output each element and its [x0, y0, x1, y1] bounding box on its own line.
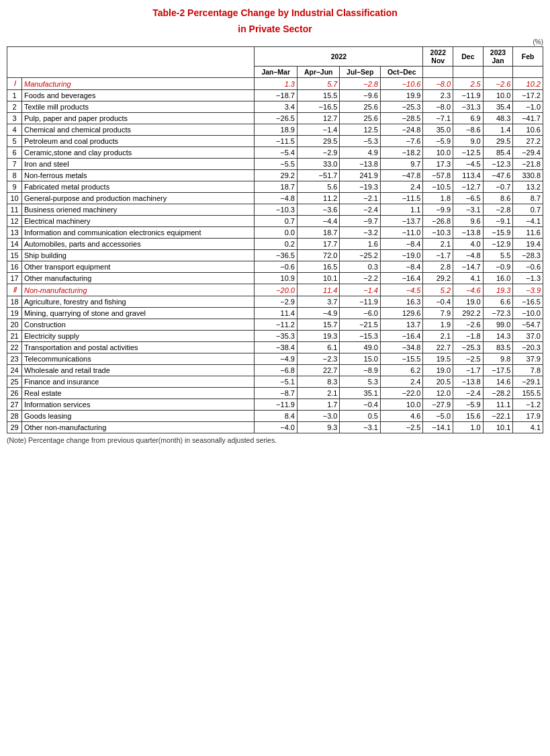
cell-feb: 330.8 — [513, 170, 543, 181]
cell-jan: 10.0 — [483, 90, 513, 101]
cell-apr_jun: −4.9 — [297, 308, 340, 319]
cell-apr_jun: 5.6 — [297, 181, 340, 193]
cell-nov: 35.0 — [423, 124, 453, 136]
cell-apr_jun: 2.1 — [297, 388, 340, 399]
cell-jan: −22.1 — [483, 411, 513, 422]
cell-feb: −16.5 — [513, 296, 543, 308]
row-label: Manufacturing — [22, 78, 255, 90]
cell-dec: 9.0 — [453, 136, 484, 147]
cell-jan: −12.3 — [483, 159, 513, 170]
cell-feb: 8.7 — [513, 193, 543, 204]
cell-oct_dec: −10.6 — [380, 78, 423, 90]
cell-feb: −4.1 — [513, 216, 543, 227]
row-label: Electrical machinery — [22, 216, 255, 227]
cell-nov: −8.0 — [423, 78, 453, 90]
row-label: Non-manufacturing — [22, 284, 255, 296]
cell-apr_jun: 11.4 — [297, 284, 340, 296]
row-label: Foods and beverages — [22, 90, 255, 101]
cell-jul_sep: 49.0 — [340, 342, 381, 353]
cell-feb: 19.4 — [513, 239, 543, 250]
cell-feb: −21.8 — [513, 159, 543, 170]
cell-oct_dec: 4.6 — [380, 411, 423, 422]
cell-dec: 4.0 — [453, 239, 484, 250]
cell-oct_dec: −24.8 — [380, 124, 423, 136]
row-label: Ship building — [22, 250, 255, 261]
cell-jul_sep: −9.7 — [340, 216, 381, 227]
cell-dec: 113.4 — [453, 170, 484, 181]
cell-apr_jun: 33.0 — [297, 159, 340, 170]
cell-nov: −8.0 — [423, 101, 453, 113]
row-label: Petroleum and coal products — [22, 136, 255, 147]
cell-jul_sep: 0.3 — [340, 261, 381, 273]
cell-nov: −10.5 — [423, 181, 453, 193]
cell-nov: −10.3 — [423, 227, 453, 239]
cell-apr_jun: 6.1 — [297, 342, 340, 353]
cell-oct_dec: −13.7 — [380, 216, 423, 227]
cell-apr_jun: −2.9 — [297, 147, 340, 159]
cell-dec: 19.0 — [453, 296, 484, 308]
cell-feb: −1.2 — [513, 399, 543, 411]
row-num: Ⅱ — [7, 284, 22, 296]
row-num: 17 — [7, 273, 22, 284]
cell-jan: 29.5 — [483, 136, 513, 147]
row-label: Ceramic,stone and clay products — [22, 147, 255, 159]
row-num: 16 — [7, 261, 22, 273]
cell-oct_dec: −47.8 — [380, 170, 423, 181]
cell-nov: 2.1 — [423, 331, 453, 342]
cell-feb: 155.5 — [513, 388, 543, 399]
cell-jan: 16.0 — [483, 273, 513, 284]
cell-oct_dec: −7.6 — [380, 136, 423, 147]
cell-jul_sep: −3.2 — [340, 227, 381, 239]
cell-jan: 6.6 — [483, 296, 513, 308]
row-num: 5 — [7, 136, 22, 147]
cell-nov: 1.9 — [423, 319, 453, 331]
cell-dec: −12.7 — [453, 181, 484, 193]
cell-nov: 20.5 — [423, 376, 453, 388]
row-label: Other transport equipment — [22, 261, 255, 273]
cell-oct_dec: −22.0 — [380, 388, 423, 399]
cell-jan: −72.3 — [483, 308, 513, 319]
cell-oct_dec: 6.2 — [380, 365, 423, 376]
cell-jul_sep: −9.6 — [340, 90, 381, 101]
row-label: Other manufacturing — [22, 273, 255, 284]
cell-nov: 19.5 — [423, 353, 453, 365]
cell-dec: 2.5 — [453, 78, 484, 90]
row-label: Other non-manufacturing — [22, 422, 255, 433]
cell-jul_sep: −15.3 — [340, 331, 381, 342]
cell-nov: −9.9 — [423, 204, 453, 216]
cell-jan: 83.5 — [483, 342, 513, 353]
cell-feb: 11.6 — [513, 227, 543, 239]
cell-feb: −29.4 — [513, 147, 543, 159]
cell-dec: −4.6 — [453, 284, 484, 296]
cell-jul_sep: −6.0 — [340, 308, 381, 319]
cell-jan_mar: −5.1 — [255, 376, 297, 388]
cell-dec: −8.6 — [453, 124, 484, 136]
row-num: 19 — [7, 308, 22, 319]
cell-nov: 17.3 — [423, 159, 453, 170]
row-label: Goods leasing — [22, 411, 255, 422]
cell-nov: −27.9 — [423, 399, 453, 411]
cell-nov: −26.8 — [423, 216, 453, 227]
cell-jul_sep: −2.8 — [340, 78, 381, 90]
cell-apr_jun: 12.7 — [297, 113, 340, 124]
row-label: Fabricated metal products — [22, 181, 255, 193]
cell-nov: −5.9 — [423, 136, 453, 147]
cell-oct_dec: 1.1 — [380, 204, 423, 216]
cell-dec: −5.9 — [453, 399, 484, 411]
row-label: Finance and insurance — [22, 376, 255, 388]
cell-dec: −3.1 — [453, 204, 484, 216]
cell-nov: 12.0 — [423, 388, 453, 399]
row-num: 29 — [7, 422, 22, 433]
cell-jan_mar: −6.8 — [255, 365, 297, 376]
cell-jan: 99.0 — [483, 319, 513, 331]
row-num: 15 — [7, 250, 22, 261]
cell-jan_mar: −38.4 — [255, 342, 297, 353]
cell-nov: 19.0 — [423, 365, 453, 376]
cell-jan: 48.3 — [483, 113, 513, 124]
cell-jul_sep: 1.6 — [340, 239, 381, 250]
row-label: Real estate — [22, 388, 255, 399]
cell-feb: 37.0 — [513, 331, 543, 342]
cell-oct_dec: 19.9 — [380, 90, 423, 101]
data-table: 2022 2022Nov Dec 2023Jan Feb Jan–Mar Apr… — [7, 46, 543, 433]
cell-oct_dec: −8.4 — [380, 261, 423, 273]
